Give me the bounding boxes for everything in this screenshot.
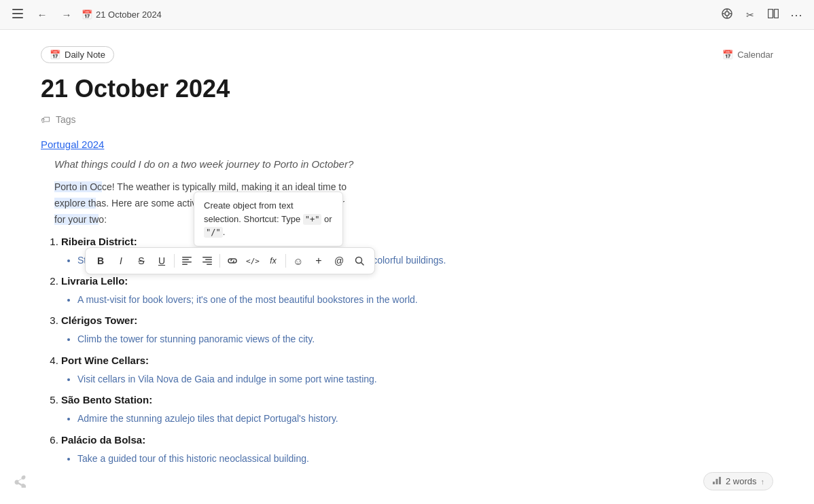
list-item: Port Wine Cellars: Visit cellars in Vila…: [61, 353, 773, 386]
layout-button[interactable]: [764, 5, 783, 24]
calendar-link[interactable]: 📅 Calendar: [722, 50, 773, 60]
scissors-button[interactable]: ✂: [741, 5, 760, 24]
list-item-title-4: Port Wine Cellars:: [61, 355, 149, 366]
top-bar-right: ✂ ⋯: [718, 5, 806, 24]
menu-button[interactable]: [8, 5, 27, 24]
format-emoji-button[interactable]: ☺: [289, 251, 308, 270]
format-strikethrough-button[interactable]: S: [132, 251, 151, 270]
bullet-item-2: A must-visit for book lovers; it's one o…: [77, 292, 773, 307]
forward-button[interactable]: →: [57, 5, 76, 24]
format-underline-button[interactable]: U: [152, 251, 171, 270]
format-italic-button[interactable]: I: [111, 251, 130, 270]
layout-icon: [768, 9, 779, 21]
tags-icon: 🏷: [41, 114, 50, 125]
bullet-list-4: Visit cellars in Vila Nova de Gaia and i…: [61, 372, 773, 386]
word-count-label: 2 words: [726, 476, 757, 486]
list-item: Palácio da Bolsa: Take a guided tour of …: [61, 432, 773, 466]
daily-note-badge-label: Daily Note: [65, 50, 105, 60]
note-question: What things could I do on a two week jou…: [41, 158, 773, 170]
note-title: 21 October 2024: [41, 74, 773, 103]
toolbar-divider-2: [219, 254, 220, 268]
content-area: 📅 Daily Note 📅 Calendar 21 October 2024 …: [0, 30, 814, 504]
list-item: Livraria Lello: A must-visit for book lo…: [61, 273, 773, 307]
highlighted-text-1: Porto in Oc: [54, 181, 102, 192]
daily-note-badge[interactable]: 📅 Daily Note: [41, 46, 114, 63]
target-icon: [722, 8, 732, 22]
svg-rect-9: [768, 9, 773, 18]
highlighted-text-2: explore th: [54, 198, 96, 209]
forward-icon: →: [62, 9, 72, 20]
svg-rect-18: [207, 264, 212, 266]
back-icon: ←: [37, 9, 48, 20]
word-count-chevron: ↑: [761, 478, 765, 486]
tooltip-code-plus: "+": [303, 214, 322, 225]
svg-rect-13: [182, 262, 192, 263]
target-button[interactable]: [718, 5, 737, 24]
svg-rect-21: [713, 482, 715, 484]
list-item-title-2: Livraria Lello:: [61, 275, 128, 287]
calendar-breadcrumb-icon: 📅: [82, 10, 92, 20]
svg-rect-12: [182, 259, 189, 261]
top-bar: ← → 📅 21 October 2024 ✂: [0, 0, 814, 30]
bullet-list-5: Admire the stunning azulejo tiles that d…: [61, 411, 773, 426]
share-icon[interactable]: [14, 475, 26, 490]
partial-line-3: for your two:: [54, 212, 773, 228]
daily-note-badge-icon: 📅: [50, 50, 60, 60]
svg-rect-2: [12, 17, 23, 18]
tooltip-text: Create object from text selection. Short…: [204, 200, 332, 237]
svg-rect-16: [205, 259, 212, 261]
format-plus-button[interactable]: +: [309, 251, 328, 270]
highlighted-text-3: for your tw: [54, 214, 99, 225]
svg-point-4: [725, 12, 729, 16]
svg-rect-0: [12, 9, 23, 10]
partial-line-2: explore thas. Here are some activities a…: [54, 196, 773, 212]
svg-rect-14: [182, 264, 188, 266]
svg-rect-15: [202, 257, 212, 258]
main-layout: 📅 Daily Note 📅 Calendar 21 October 2024 …: [0, 30, 814, 504]
svg-rect-1: [12, 13, 23, 14]
format-bold-button[interactable]: B: [91, 251, 110, 270]
list-item-title-5: São Bento Station:: [61, 394, 152, 406]
format-align-left-button[interactable]: [177, 251, 196, 270]
list-item: São Bento Station: Admire the stunning a…: [61, 392, 773, 426]
bullet-item-4: Visit cellars in Vila Nova de Gaia and i…: [77, 372, 773, 386]
svg-rect-10: [775, 9, 779, 18]
bullet-list-6: Take a guided tour of this historic neoc…: [61, 451, 773, 466]
list-item-title-1: Ribeira District:: [61, 236, 137, 247]
format-code-button[interactable]: </>: [243, 251, 262, 270]
bullet-item-5: Admire the stunning azulejo tiles that d…: [77, 411, 773, 426]
more-icon: ⋯: [790, 7, 803, 22]
note-header-row: 📅 Daily Note 📅 Calendar: [41, 46, 773, 63]
format-link-button[interactable]: [223, 251, 242, 270]
menu-icon: [12, 9, 23, 21]
tags-row[interactable]: 🏷 Tags: [41, 114, 773, 125]
partial-text-block: Porto in Occe! The weather is typically …: [41, 179, 773, 228]
format-mention-button[interactable]: @: [330, 251, 349, 270]
tooltip-popup: Create object from text selection. Short…: [194, 192, 343, 247]
list-item: Clérigos Tower: Climb the tower for stun…: [61, 312, 773, 346]
calendar-link-icon: 📅: [722, 50, 733, 60]
word-count-badge[interactable]: 2 words ↑: [703, 472, 773, 490]
toolbar-divider-3: [285, 254, 286, 268]
svg-rect-23: [719, 477, 721, 484]
list-item-title-6: Palácio da Bolsa:: [61, 434, 145, 446]
bullet-item-3: Climb the tower for stunning panoramic v…: [77, 331, 773, 346]
breadcrumb-text: 21 October 2024: [96, 10, 162, 20]
breadcrumb: 📅 21 October 2024: [82, 10, 162, 20]
bullet-item-6: Take a guided tour of this historic neoc…: [77, 451, 773, 466]
svg-rect-11: [182, 257, 192, 258]
more-button[interactable]: ⋯: [787, 5, 806, 24]
bullet-list-3: Climb the tower for stunning panoramic v…: [61, 331, 773, 346]
svg-rect-17: [202, 262, 212, 263]
format-align-right-button[interactable]: [198, 251, 217, 270]
format-formula-button[interactable]: fx: [264, 251, 283, 270]
formatting-toolbar: B I S U: [85, 247, 375, 274]
portugal-link[interactable]: Portugal 2024: [41, 139, 773, 150]
partial-line-1: Porto in Occe! The weather is typically …: [54, 179, 773, 196]
tooltip-code-slash: "/": [204, 227, 223, 238]
scissors-icon: ✂: [746, 10, 754, 20]
svg-rect-22: [715, 479, 718, 484]
format-search-button[interactable]: [350, 251, 369, 270]
back-button[interactable]: ←: [33, 5, 52, 24]
list-item-title-3: Clérigos Tower:: [61, 314, 137, 326]
